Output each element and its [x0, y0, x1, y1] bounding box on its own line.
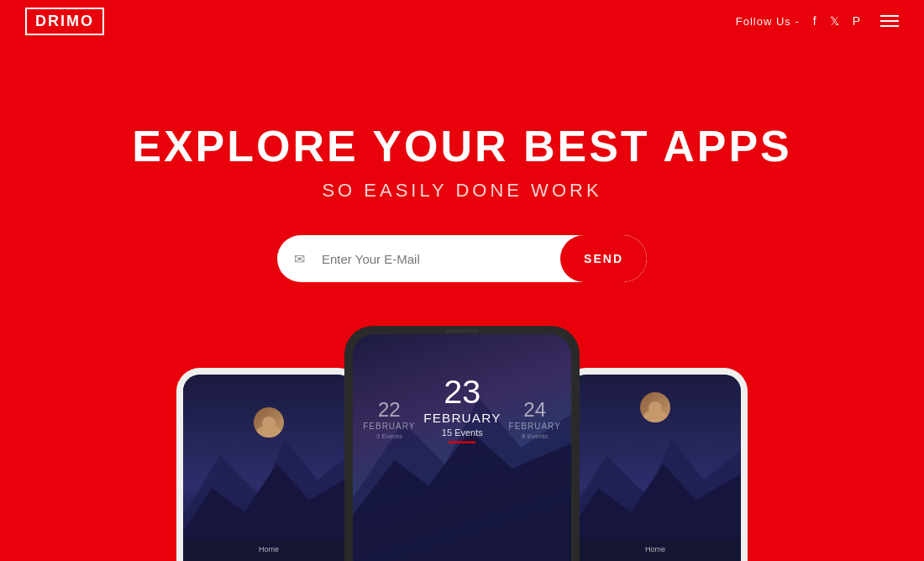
home-label-left: Home	[259, 545, 279, 553]
phone-right-nav: Home	[570, 537, 741, 561]
date-item-24: 24 February 9 Events	[498, 400, 571, 440]
hero-subtitle: SO EASILY DONE WORK	[322, 180, 601, 202]
phone-right-screen: 4:21 PM 22% sandeepkasundra Home	[570, 375, 741, 561]
header: DRIMO Follow Us - f 𝕏 P	[0, 0, 924, 42]
home-nav-left: Home	[259, 545, 279, 553]
phone-right: 4:21 PM 22% sandeepkasundra Home	[563, 368, 748, 561]
date-item-22: 22 February 3 Events	[353, 400, 426, 440]
twitter-icon[interactable]: 𝕏	[830, 14, 839, 28]
logo-text: DRIMO	[35, 13, 94, 30]
avatar-left	[254, 407, 284, 438]
date-month-22: February	[353, 422, 426, 431]
date-month-24: February	[498, 422, 571, 431]
phone-left-screen: ●●●○○ VIRGIN ⊕ 4:21 PM ✕ sandeepkasundra…	[183, 375, 354, 561]
date-number-22: 22	[353, 400, 426, 420]
date-number-23: 23	[422, 375, 501, 409]
date-events-22: 3 Events	[353, 433, 426, 440]
email-form: ✉ SEND	[277, 235, 647, 282]
date-month-23: February	[422, 411, 501, 426]
hamburger-menu-icon[interactable]	[880, 15, 899, 27]
phone-left-nav: Home	[183, 537, 354, 561]
send-button[interactable]: SEND	[560, 235, 647, 282]
active-underline	[448, 441, 475, 443]
phone-speaker	[445, 329, 479, 333]
date-number-24: 24	[498, 400, 571, 420]
date-item-23: 23 February 15 Events	[422, 375, 501, 443]
avatar-right	[640, 392, 670, 422]
header-right: Follow Us - f 𝕏 P	[736, 14, 899, 28]
email-input[interactable]	[313, 252, 560, 266]
date-events-23: 15 Events	[422, 427, 501, 438]
pinterest-icon[interactable]: P	[853, 14, 860, 28]
date-events-24: 9 Events	[498, 433, 571, 440]
hero-title: EXPLORE YOUR BEST APPS	[132, 121, 792, 171]
logo-box: DRIMO	[25, 8, 104, 35]
home-label-right: Home	[645, 545, 665, 553]
hero-section: EXPLORE YOUR BEST APPS SO EASILY DONE WO…	[0, 42, 924, 344]
home-nav-right: Home	[645, 545, 665, 553]
email-icon: ✉	[294, 251, 305, 267]
phones-section: ●●●○○ VIRGIN ⊕ 4:21 PM ✕ sandeepkasundra…	[0, 317, 924, 561]
follow-us-text: Follow Us -	[736, 15, 800, 28]
phone-center: ●●●○○ VIRGIN ⊕ 4:21 PM ✦ 22% ≡ Timeline …	[344, 326, 580, 561]
facebook-icon[interactable]: f	[813, 14, 816, 28]
phone-center-screen: ●●●○○ VIRGIN ⊕ 4:21 PM ✦ 22% ≡ Timeline …	[353, 334, 571, 561]
phone-left: ●●●○○ VIRGIN ⊕ 4:21 PM ✕ sandeepkasundra…	[176, 368, 361, 561]
